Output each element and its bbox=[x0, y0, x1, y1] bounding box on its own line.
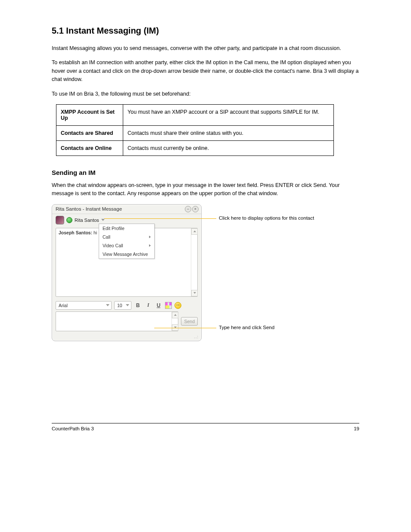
req-label: XMPP Account is Set Up bbox=[56, 104, 123, 125]
chevron-down-icon bbox=[126, 304, 129, 306]
table-row: Contacts are Online Contacts must curren… bbox=[56, 140, 334, 156]
req-desc: You must have an XMPP account or a SIP a… bbox=[123, 104, 334, 125]
font-family-value: Arial bbox=[59, 303, 68, 308]
resize-grip-icon[interactable]: ..: bbox=[52, 335, 201, 341]
submenu-arrow-icon bbox=[149, 236, 151, 238]
section-heading: 5.1 Instant Messaging (IM) bbox=[52, 26, 359, 36]
callout-leader bbox=[154, 328, 216, 328]
menu-label: Edit Profile bbox=[103, 226, 125, 231]
chevron-down-icon bbox=[106, 304, 109, 306]
italic-button[interactable]: I bbox=[144, 302, 152, 309]
scroll-down-icon[interactable] bbox=[191, 290, 198, 296]
font-size-value: 10 bbox=[117, 303, 122, 308]
compose-input[interactable] bbox=[56, 311, 178, 331]
format-toolbar: Arial 10 B I U bbox=[52, 299, 201, 311]
send-button[interactable]: Send bbox=[181, 317, 198, 326]
req-label: Contacts are Online bbox=[56, 140, 123, 156]
bold-button[interactable]: B bbox=[134, 302, 142, 309]
emoticon-button[interactable] bbox=[174, 302, 181, 309]
im-window: Rita Santos - Instant Message – × Rita S… bbox=[52, 204, 202, 341]
avatar bbox=[56, 216, 64, 224]
req-label: Contacts are Shared bbox=[56, 125, 123, 140]
menu-label: Call bbox=[103, 234, 110, 240]
menu-label: View Message Archive bbox=[103, 252, 148, 257]
underline-button[interactable]: U bbox=[155, 302, 162, 309]
text-color-button[interactable] bbox=[165, 302, 172, 309]
presence-online-icon bbox=[66, 217, 72, 223]
menu-view-archive[interactable]: View Message Archive bbox=[99, 250, 154, 258]
req-desc: Contacts must currently be online. bbox=[123, 140, 334, 156]
callout-text: Type here and click Send bbox=[219, 325, 274, 330]
contact-name: Rita Santos bbox=[75, 218, 99, 223]
message-sender: Joseph Santos: bbox=[59, 230, 92, 235]
table-row: Contacts are Shared Contacts must share … bbox=[56, 125, 334, 140]
convo-scrollbar[interactable] bbox=[191, 228, 197, 296]
send-paragraph: When the chat window appears on-screen, … bbox=[52, 181, 359, 198]
im-window-title: Rita Santos - Instant Message bbox=[56, 206, 122, 212]
minimize-icon[interactable]: – bbox=[185, 206, 191, 212]
callout-leader bbox=[104, 218, 216, 219]
font-family-select[interactable]: Arial bbox=[56, 301, 112, 310]
contact-dropdown-menu: Edit Profile Call Video Call View Messag… bbox=[99, 224, 155, 259]
intro-paragraph-2: To establish an IM connection with anoth… bbox=[52, 59, 359, 84]
table-lead-in: To use IM on Bria 3, the following must … bbox=[52, 90, 359, 98]
footer-page-number: 19 bbox=[354, 426, 359, 431]
contact-menu-dropdown-icon[interactable] bbox=[101, 219, 105, 221]
req-desc: Contacts must share their online status … bbox=[123, 125, 334, 140]
subheading: Sending an IM bbox=[52, 169, 359, 176]
menu-video-call[interactable]: Video Call bbox=[99, 241, 154, 250]
im-titlebar: Rita Santos - Instant Message – × bbox=[52, 205, 201, 214]
message-text: hi bbox=[93, 230, 97, 235]
font-size-select[interactable]: 10 bbox=[114, 301, 131, 310]
menu-label: Video Call bbox=[103, 243, 123, 248]
scroll-up-icon[interactable] bbox=[191, 228, 198, 235]
close-icon[interactable]: × bbox=[192, 206, 199, 212]
submenu-arrow-icon bbox=[149, 244, 151, 247]
table-row: XMPP Account is Set Up You must have an … bbox=[56, 104, 334, 125]
requirements-table: XMPP Account is Set Up You must have an … bbox=[56, 104, 334, 156]
footer-product: CounterPath Bria 3 bbox=[52, 426, 94, 431]
callout-text: Click here to display options for this c… bbox=[219, 215, 314, 221]
intro-paragraph-1: Instant Messaging allows you to send mes… bbox=[52, 44, 359, 53]
scroll-up-icon[interactable] bbox=[172, 312, 178, 318]
menu-call[interactable]: Call bbox=[99, 233, 154, 241]
menu-edit-profile[interactable]: Edit Profile bbox=[99, 224, 154, 233]
page-footer: CounterPath Bria 3 19 bbox=[52, 423, 359, 431]
